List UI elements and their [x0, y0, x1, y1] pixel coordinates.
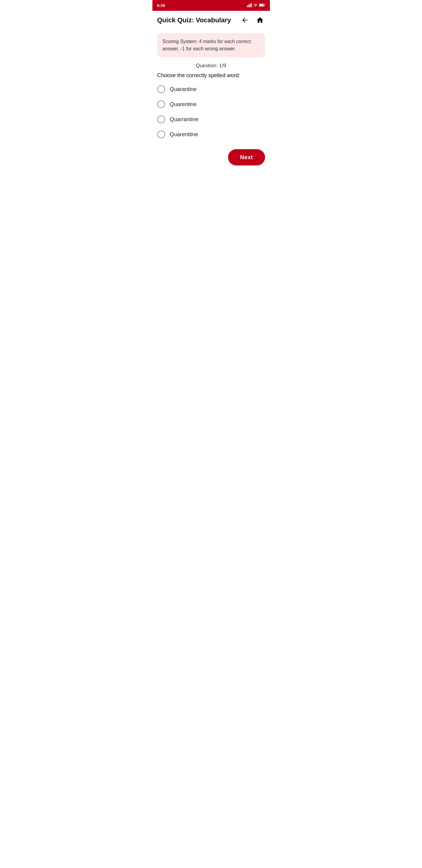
scoring-banner-text: Scoring System: 4 marks for each correct…: [163, 39, 251, 51]
signal-icon: [247, 3, 252, 8]
option-item[interactable]: Quarenttine: [157, 130, 265, 138]
option-label: Quarantine: [170, 86, 197, 93]
svg-rect-6: [259, 4, 263, 6]
svg-rect-5: [264, 4, 265, 5]
svg-rect-0: [247, 5, 248, 7]
svg-rect-2: [250, 4, 251, 7]
home-button[interactable]: [255, 15, 265, 25]
option-radio: [157, 100, 165, 108]
option-item[interactable]: Quarrantine: [157, 116, 265, 123]
back-button[interactable]: [240, 15, 250, 25]
status-icons: [247, 3, 265, 8]
status-time: 9:39: [157, 3, 165, 8]
question-prompt: Choose the correctly spelled word:: [157, 72, 265, 79]
option-radio: [157, 130, 165, 138]
next-button[interactable]: Next: [228, 149, 265, 165]
option-radio: [157, 85, 165, 93]
option-item[interactable]: Quarantine: [157, 85, 265, 93]
svg-rect-3: [251, 3, 252, 7]
scoring-banner: Scoring System: 4 marks for each correct…: [157, 33, 265, 57]
top-bar: Quick Quiz: Vocabulary: [153, 11, 270, 30]
option-label: Quarenttine: [170, 131, 198, 138]
status-bar: 9:39: [153, 0, 270, 11]
wifi-icon: [253, 3, 258, 7]
svg-rect-1: [248, 4, 249, 7]
top-bar-actions: [240, 15, 265, 25]
options-list: Quarantine Quarentine Quarrantine Quaren…: [157, 85, 265, 138]
option-label: Quarentine: [170, 101, 197, 107]
page-title: Quick Quiz: Vocabulary: [157, 16, 240, 24]
option-item[interactable]: Quarentine: [157, 100, 265, 108]
battery-icon: [259, 3, 265, 7]
option-radio: [157, 116, 165, 123]
question-counter: Question: 1/9: [153, 63, 270, 69]
time-display: 9:39: [157, 3, 165, 8]
next-button-container: Next: [157, 149, 265, 165]
option-label: Quarrantine: [170, 116, 198, 123]
